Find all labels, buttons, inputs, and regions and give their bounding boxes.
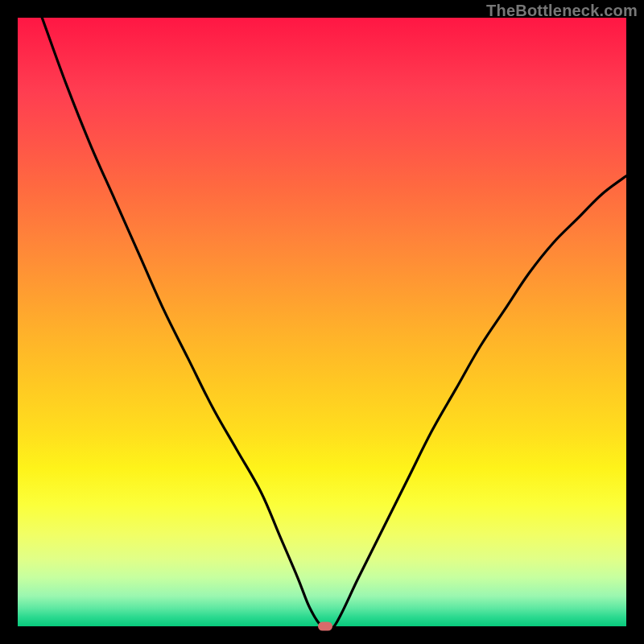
chart-container: TheBottleneck.com xyxy=(0,0,644,644)
bottleneck-curve xyxy=(18,18,626,626)
curve-svg xyxy=(18,18,626,626)
plot-area xyxy=(18,18,626,626)
optimum-marker xyxy=(318,622,332,631)
watermark-text: TheBottleneck.com xyxy=(486,2,638,20)
